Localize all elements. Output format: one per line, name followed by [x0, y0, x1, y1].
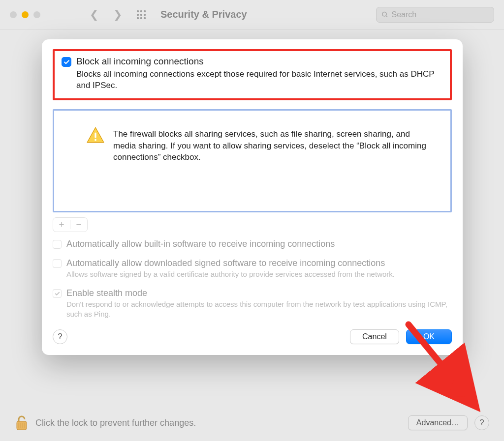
remove-app-button[interactable]: −: [70, 218, 87, 232]
lock-status-text: Click the lock to prevent further change…: [35, 418, 401, 428]
auto-allow-builtin-label: Automatically allow built-in software to…: [66, 239, 335, 249]
stealth-mode-desc: Don't respond to or acknowledge attempts…: [66, 299, 452, 320]
prefs-help-button[interactable]: ?: [474, 415, 489, 430]
window-controls: [10, 11, 40, 18]
annotation-highlight-box: Block all incoming connections Blocks al…: [53, 49, 452, 100]
auto-allow-signed-label: Automatically allow downloaded signed so…: [66, 258, 395, 268]
firewall-info-text: The firewall blocks all sharing services…: [113, 128, 433, 196]
firewall-info-box: The firewall blocks all sharing services…: [53, 109, 452, 212]
window-toolbar: ❮ ❯ Security & Privacy: [0, 0, 504, 29]
back-button[interactable]: ❮: [90, 8, 98, 21]
block-all-incoming-desc: Blocks all incoming connections except t…: [76, 69, 443, 91]
search-field-container[interactable]: [376, 7, 494, 23]
prefs-bottom-bar: Click the lock to prevent further change…: [15, 414, 489, 431]
block-all-incoming-label: Block all incoming connections: [76, 56, 204, 67]
svg-point-0: [382, 12, 386, 16]
forward-button[interactable]: ❯: [113, 8, 122, 21]
firewall-options-dialog: Block all incoming connections Blocks al…: [42, 39, 463, 355]
block-all-incoming-checkbox[interactable]: [62, 57, 71, 67]
auto-allow-signed-desc: Allows software signed by a valid certif…: [66, 269, 395, 279]
svg-line-1: [386, 15, 387, 17]
close-window-button[interactable]: [10, 11, 17, 18]
window-title: Security & Privacy: [160, 9, 376, 20]
svg-rect-3: [94, 132, 96, 138]
advanced-button[interactable]: Advanced…: [408, 415, 468, 430]
lock-icon[interactable]: [15, 414, 29, 431]
auto-allow-signed-checkbox: [53, 259, 62, 268]
auto-allow-builtin-checkbox: [53, 240, 62, 249]
svg-rect-8: [17, 421, 27, 430]
stealth-mode-checkbox: [53, 289, 62, 298]
add-remove-control: + −: [53, 217, 88, 232]
add-app-button[interactable]: +: [53, 218, 70, 232]
search-icon: [381, 11, 389, 19]
ok-button[interactable]: OK: [406, 329, 452, 344]
search-input[interactable]: [392, 10, 489, 19]
maximize-window-button[interactable]: [33, 11, 40, 18]
stealth-mode-label: Enable stealth mode: [66, 288, 452, 298]
minimize-window-button[interactable]: [22, 11, 29, 18]
dialog-help-button[interactable]: ?: [53, 329, 67, 344]
svg-point-4: [94, 139, 96, 141]
warning-icon: [87, 126, 104, 144]
cancel-button[interactable]: Cancel: [350, 329, 399, 344]
show-all-prefs-button[interactable]: [137, 10, 146, 19]
